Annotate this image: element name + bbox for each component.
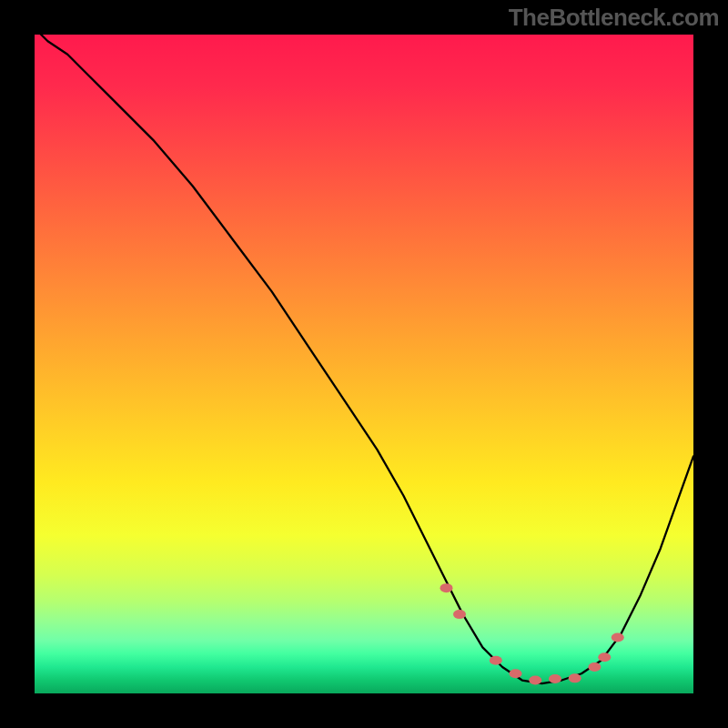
marker-point [490,656,502,665]
marker-point [569,673,581,682]
marker-point [453,610,466,619]
watermark-text: TheBottleneck.com [509,4,719,32]
plot-area [35,35,693,693]
marker-point [440,583,453,592]
marker-point [612,632,624,642]
chart-frame: TheBottleneck.com [0,0,728,728]
marker-point [510,669,522,678]
marker-point [588,662,601,672]
bottleneck-curve [35,35,693,693]
marker-point [598,652,611,662]
marker-point [529,676,541,685]
marker-point [549,674,561,683]
